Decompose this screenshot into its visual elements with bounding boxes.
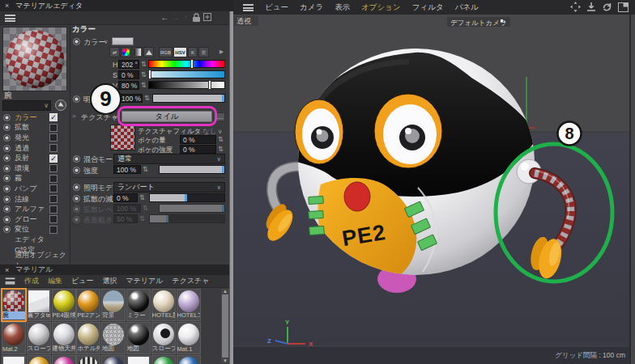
hue-value[interactable]: 202 ° [118,60,139,69]
channel-checkbox[interactable] [49,226,58,234]
channel-row-2[interactable]: 発光 [0,133,70,143]
texture-thumbnail[interactable] [110,125,135,150]
material-item-1-2[interactable]: 建物天井 [52,322,76,354]
material-thumbnail[interactable] [53,324,75,345]
material-item-0-2[interactable]: PE4眼球 [52,289,76,321]
texture-dropdown-icon[interactable]: ∨ [113,113,118,121]
forward-icon[interactable]: → [170,14,181,22]
channel-checkbox[interactable] [49,215,58,223]
scroll-up-icon[interactable]: ▲ [223,289,228,294]
viewport-menu-0[interactable]: ビュー [265,2,288,13]
pick-material-button[interactable] [55,99,66,111]
channel-radio[interactable] [3,134,11,142]
channel-row-9[interactable]: アルファ [0,204,70,214]
material-name-combo[interactable]: ∨ [2,100,51,111]
material-item-2-1[interactable] [27,355,51,364]
material-item-0-6[interactable]: HOTEL屋 [151,289,176,321]
material-item-1-6[interactable]: スロープ手 [151,322,176,354]
scrollbar-thumb[interactable] [222,294,228,358]
projection-label[interactable]: 透視 [237,17,251,25]
more-modes-icon[interactable]: ▶ [219,49,224,55]
material-thumbnail[interactable] [128,357,149,364]
channel-radio[interactable] [3,216,11,223]
brightness-radio[interactable] [73,95,80,103]
illumination-model-dropdown[interactable]: ランバート∨ [113,182,225,193]
material-item-1-5[interactable]: 地図 [126,322,151,354]
material-item-1-7[interactable]: Mat.1 [177,322,201,354]
material-thumbnail[interactable] [53,290,75,312]
texture-tile-button[interactable]: タイル [121,111,212,122]
viewport-3d-scene[interactable]: 透視 デフォルトカメラ PE2 [233,15,635,364]
material-item-2-3[interactable] [76,355,100,364]
material-item-0-3[interactable]: PE2アンテ [76,289,100,321]
material-item-1-3[interactable]: ホテル外壁 [76,322,100,354]
value-slider[interactable] [148,81,225,89]
value-spinner[interactable]: ⇅ [141,81,147,90]
brightness-slider[interactable] [152,94,225,103]
blur-amount-spinner[interactable]: ⇅ [218,135,224,144]
gradient-icon[interactable] [132,47,143,57]
channel-checkbox[interactable] [49,195,58,203]
brightness-value[interactable]: 100 % [118,94,143,103]
material-thumbnail[interactable] [103,324,124,345]
channel-row-10[interactable]: グロー [0,214,70,225]
channel-row-3[interactable]: 透過 [0,143,70,154]
channel-radio[interactable] [3,185,11,193]
channel-label[interactable]: 霧 [15,173,22,184]
material-item-0-5[interactable]: ミラー [126,289,151,321]
material-thumbnail[interactable] [78,290,99,312]
viewport-menu-2[interactable]: 表示 [335,2,350,13]
channel-checkbox[interactable]: ✓ [49,113,58,121]
material-item-0-4[interactable]: 背景 [101,289,126,321]
menu-icon[interactable] [6,277,15,284]
material-thumbnail[interactable] [103,290,124,312]
material-thumbnail[interactable] [3,324,24,345]
channel-checkbox[interactable] [49,133,58,142]
channel-label[interactable]: カラー [15,112,36,123]
browser-tab-0[interactable]: 作成 [24,276,39,286]
channel-row-8[interactable]: 法線 [0,194,70,205]
swap-colors-icon[interactable]: ⇄ [109,47,120,57]
material-item-2-2[interactable] [52,355,76,364]
channel-radio[interactable] [3,124,11,131]
hue-spinner[interactable]: ⇅ [141,60,147,69]
channel-checkbox[interactable] [49,124,58,132]
dock-icon[interactable] [202,13,212,23]
channel-checkbox[interactable] [49,184,58,193]
browser-tab-5[interactable]: テクスチャ [172,276,209,286]
strength-radio[interactable] [73,167,80,174]
material-item-2-4[interactable] [101,355,126,364]
channel-label[interactable]: 拡散 [15,122,29,133]
strength-slider[interactable] [159,165,225,174]
sliders-icon[interactable]: ☰ [198,47,209,57]
channel-label[interactable]: 環境 [15,163,29,174]
strength-value[interactable]: 100 % [113,165,141,174]
dolly-icon[interactable] [586,2,596,12]
scroll-down-icon[interactable]: ▼ [223,358,228,363]
channel-checkbox[interactable] [49,175,58,183]
viewport-menu-3[interactable]: オプション [361,2,401,13]
channel-label[interactable]: 変位 [15,224,29,235]
channel-label[interactable]: 発光 [15,133,29,143]
browser-tab-3[interactable]: 選択 [102,276,117,286]
channel-extra-0[interactable]: エディタ [0,235,70,245]
material-item-0-7[interactable]: HOTELス [177,289,201,321]
material-thumbnail[interactable] [153,324,174,345]
browser-tab-1[interactable]: 編集 [48,276,62,286]
diffuse-falloff-slider[interactable] [149,193,225,202]
color-swatch[interactable] [112,37,134,45]
blur-strength-value[interactable]: 0 % [180,145,216,154]
channel-row-5[interactable]: 環境 [0,163,70,174]
material-preview[interactable] [2,27,67,91]
blur-strength-spinner[interactable]: ⇅ [218,145,224,154]
hsv-mode-button[interactable]: HSV [173,47,187,57]
close-icon[interactable]: × [5,266,9,274]
channel-row-0[interactable]: カラー✓ [0,112,70,123]
material-item-0-0[interactable]: 腕 [2,289,26,321]
k-mode-button[interactable]: K [188,47,198,57]
channel-radio[interactable] [3,145,11,152]
channel-radio[interactable] [3,114,11,121]
material-item-2-0[interactable] [2,355,26,364]
channel-checkbox[interactable] [49,205,58,214]
material-thumbnail[interactable] [53,357,75,364]
